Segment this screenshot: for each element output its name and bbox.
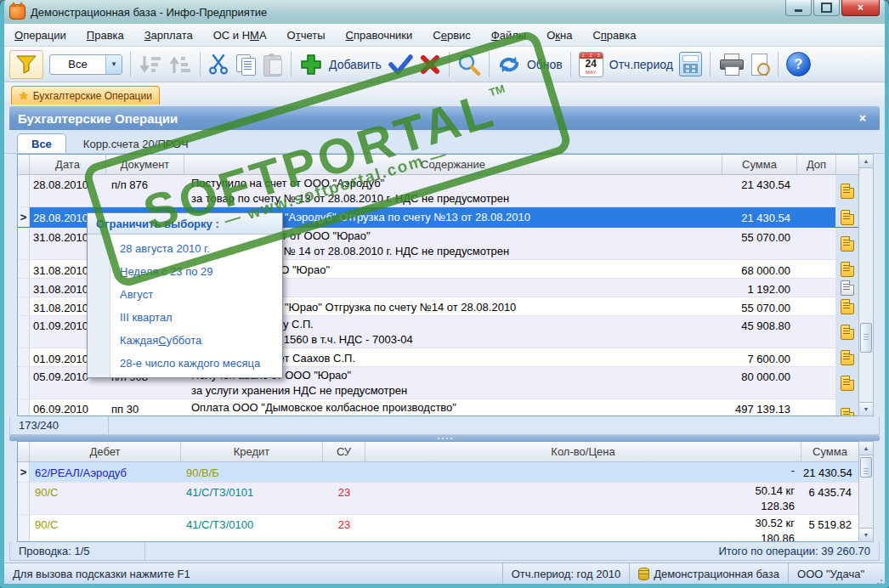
window-title: Демонстрационная база - Инфо-Предприятие <box>31 6 780 19</box>
cut-button[interactable] <box>208 54 229 76</box>
status-hint: Для вызова подсказки нажмите F1 <box>4 568 502 580</box>
add-button[interactable] <box>299 53 323 76</box>
panel-header: Бухгалтерские Операции × <box>9 106 880 130</box>
postings-body: > 62/РЕАЛ/Аэродуб 90/В/Б - 21 430.54 90/… <box>18 462 858 541</box>
add-button-label[interactable]: Добавить <box>329 58 382 71</box>
status-database-label: Демонстрационная база <box>654 568 779 580</box>
postings-header-qty[interactable]: Кол-во/Цена <box>365 442 801 461</box>
help-button[interactable]: ? <box>786 52 811 76</box>
tab-all[interactable]: Все <box>17 133 66 153</box>
grid-header-date[interactable]: Дата <box>30 155 106 174</box>
grid-header-doc[interactable]: Документ <box>106 155 184 174</box>
grid-header-row: Дата Документ Содержание Сумма Доп <box>18 155 858 175</box>
grid-header-sum[interactable]: Сумма <box>722 155 797 174</box>
popup-item-month[interactable]: Август <box>88 283 282 306</box>
sort-descending-icon <box>139 54 162 76</box>
attachment-icon[interactable] <box>841 184 854 199</box>
menu-os-nma[interactable]: ОС и НМА <box>213 29 267 42</box>
search-button[interactable] <box>457 53 481 76</box>
postings-header-debit[interactable]: Дебет <box>30 442 181 461</box>
copy-button[interactable] <box>235 54 257 76</box>
popup-item-date[interactable]: 28 августа 2010 г. <box>88 237 282 260</box>
menu-help[interactable]: Справка <box>592 29 636 42</box>
attachment-icon[interactable] <box>841 210 854 225</box>
attachment-icon[interactable] <box>841 299 854 314</box>
scissors-icon <box>208 54 229 76</box>
popup-item-quarter[interactable]: III квартал <box>88 306 282 329</box>
posting-row[interactable]: 90/С 41/С/ТЗ/0100 23 30.52 кг180.86 5 51… <box>18 515 858 541</box>
scroll-thumb[interactable] <box>860 457 872 478</box>
postings-header-sum[interactable]: Сумма <box>801 442 858 461</box>
confirm-button[interactable] <box>388 54 413 76</box>
tab-corr-accounts[interactable]: Корр.счета 20/ПРОЧ <box>70 134 202 153</box>
attachment-icon[interactable] <box>841 325 854 340</box>
attachment-icon[interactable] <box>841 262 854 277</box>
posting-row[interactable]: 90/С 41/С/ТЗ/0101 23 50.14 кг128.36 6 43… <box>18 483 858 515</box>
scroll-down-icon[interactable]: ▼ <box>859 528 873 541</box>
title-bar: Демонстрационная база - Инфо-Предприятие… <box>4 0 885 24</box>
attachment-icon[interactable] <box>841 280 854 296</box>
filter-combobox[interactable]: Все ▼ <box>49 54 122 75</box>
favorites-tab-accounting-operations[interactable]: ★ Бухгалтерские Операции <box>11 86 160 105</box>
calculator-button[interactable] <box>679 52 702 76</box>
menu-salary[interactable]: Зарплата <box>144 29 193 42</box>
minimize-button[interactable] <box>785 0 812 16</box>
grid-header-content[interactable]: Содержание <box>184 155 722 174</box>
record-counter-bar: 173/240 <box>9 416 880 435</box>
status-period: Отч.период: год 2010 <box>502 563 629 584</box>
period-button[interactable]: 123 24 MAY <box>579 52 603 77</box>
menu-windows[interactable]: Окна <box>546 29 572 42</box>
toolbar: Все ▼ Добавить <box>4 47 885 82</box>
popup-item-saturday[interactable]: Каждая Суббота <box>88 329 282 352</box>
maximize-icon <box>821 3 832 13</box>
popup-item-week[interactable]: Неделя с 23 по 29 <box>88 260 282 283</box>
table-row[interactable]: 06.09.2010 пп 30 Оплата ООО "Дымовское к… <box>18 399 858 416</box>
table-row[interactable]: 28.08.2010 п/п 876 Поступило на счет от … <box>18 175 858 207</box>
refresh-button[interactable] <box>497 54 521 76</box>
operation-total: Итого по операции: 39 260.70 <box>145 545 879 557</box>
menu-operations[interactable]: Операции <box>14 29 66 42</box>
posting-row-selected[interactable]: > 62/РЕАЛ/Аэродуб 90/В/Б - 21 430.54 <box>18 462 858 483</box>
splitter-handle[interactable] <box>9 435 880 441</box>
scroll-thumb[interactable] <box>860 323 872 353</box>
attachment-icon[interactable] <box>841 236 854 252</box>
scroll-up-icon[interactable]: ▲ <box>859 442 873 455</box>
grid-scrollbar[interactable]: ▲ ▼ <box>858 154 874 416</box>
calculator-icon <box>679 52 702 76</box>
period-button-label[interactable]: Отч.период <box>609 58 673 71</box>
scroll-up-icon[interactable]: ▲ <box>859 155 873 168</box>
popup-item-28th[interactable]: 28-е число каждого месяца <box>88 352 282 375</box>
panel-close-button[interactable]: × <box>854 111 871 125</box>
resize-grip[interactable] <box>873 563 885 584</box>
attachment-icon[interactable] <box>841 408 854 416</box>
postings-header-gutter <box>18 442 30 461</box>
maximize-button[interactable] <box>813 0 840 16</box>
sort-descending-button[interactable] <box>139 54 162 76</box>
refresh-button-label[interactable]: Обнов <box>527 58 563 71</box>
grid-header-dop[interactable]: Доп <box>797 155 836 174</box>
postings-header-su[interactable]: СУ <box>323 442 365 461</box>
search-icon <box>457 53 481 76</box>
favorites-tab-label: Бухгалтерские Операции <box>33 90 152 102</box>
postings-scrollbar[interactable]: ▲ ▼ <box>858 441 874 542</box>
sort-ascending-button[interactable] <box>168 54 192 76</box>
scroll-down-icon[interactable]: ▼ <box>859 402 873 416</box>
menu-service[interactable]: Сервис <box>433 29 471 42</box>
menu-files[interactable]: Файлы <box>491 29 526 42</box>
print-preview-button[interactable] <box>750 53 770 76</box>
menu-reports[interactable]: Отчеты <box>287 29 326 42</box>
delete-button[interactable] <box>419 54 441 76</box>
app-icon <box>9 4 25 20</box>
close-button[interactable]: × <box>841 0 880 16</box>
print-button[interactable] <box>718 54 744 76</box>
check-icon <box>388 54 413 76</box>
postings-header-credit[interactable]: Кредит <box>181 442 323 461</box>
attachment-icon[interactable] <box>841 376 854 391</box>
menu-directories[interactable]: Справочники <box>346 29 413 42</box>
grid-header-attach <box>836 155 858 174</box>
filter-button[interactable] <box>9 50 43 79</box>
paste-button[interactable] <box>263 54 283 76</box>
chevron-down-icon[interactable]: ▼ <box>105 55 122 74</box>
menu-edit[interactable]: Правка <box>87 29 124 42</box>
attachment-icon[interactable] <box>841 350 854 365</box>
